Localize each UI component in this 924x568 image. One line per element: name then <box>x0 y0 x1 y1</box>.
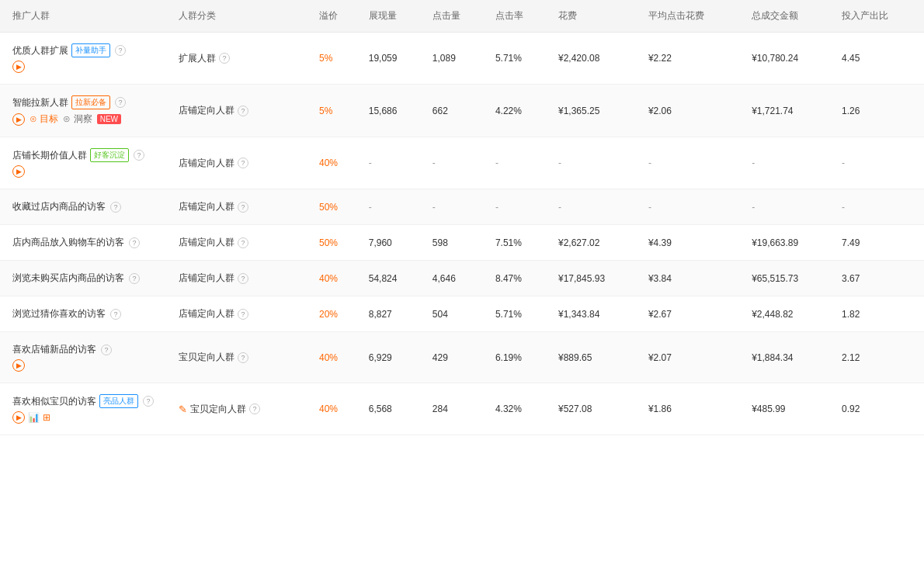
question-icon[interactable]: ? <box>129 237 140 248</box>
spend-cell: ¥1,343.84 <box>551 296 641 332</box>
cell-value: ¥2.22 <box>648 53 672 64</box>
label-row: 浏览过猜你喜欢的访客? <box>12 307 163 320</box>
classify-text: 店铺定向人群 <box>179 104 234 117</box>
classify-question-icon[interactable]: ? <box>238 273 248 284</box>
roi-cell: 0.92 <box>834 383 924 435</box>
impression-cell: 6,568 <box>361 383 425 435</box>
classify-question-icon[interactable]: ? <box>249 403 260 414</box>
question-icon[interactable]: ? <box>129 273 140 284</box>
table-row: 优质人群扩展补量助手?▶扩展人群?5%19,0591,0895.71%¥2,42… <box>0 33 924 85</box>
edit-icon[interactable]: ✎ <box>179 403 187 415</box>
audience-label-cell: 智能拉新人群拉新必备?▶⊙ 目标⊙ 洞察NEW <box>0 85 171 137</box>
classify-question-icon[interactable]: ? <box>238 106 248 116</box>
cell-value: 662 <box>432 106 448 116</box>
spend-cell: - <box>551 137 641 189</box>
audience-label-wrapper: 喜欢相似宝贝的访客亮品人群?▶📊⊞ <box>12 394 163 424</box>
avg-cpc-cell: ¥2.67 <box>641 296 744 332</box>
question-icon[interactable]: ? <box>134 150 144 161</box>
table-row: 浏览过猜你喜欢的访客?店铺定向人群?20%8,8275045.71%¥1,343… <box>0 296 924 332</box>
col-premium: 溢价 <box>311 0 361 33</box>
chart-icon[interactable]: 📊 <box>28 412 40 423</box>
spend-cell: ¥1,365.25 <box>551 85 641 137</box>
premium-cell: 5% <box>311 85 361 137</box>
cell-value: 3.67 <box>842 273 860 284</box>
table-row: 智能拉新人群拉新必备?▶⊙ 目标⊙ 洞察NEW店铺定向人群?5%15,68666… <box>0 85 924 137</box>
audience-tag: 亮品人群 <box>99 394 138 408</box>
play-icon[interactable]: ▶ <box>12 113 25 126</box>
question-icon[interactable]: ? <box>101 345 112 355</box>
impression-cell: 7,960 <box>361 225 425 261</box>
avg-cpc-cell: - <box>641 189 744 225</box>
cell-value: 1.82 <box>842 309 860 320</box>
classify-wrapper: 店铺定向人群? <box>179 307 304 320</box>
classify-cell: ✎宝贝定向人群? <box>171 383 311 435</box>
premium-value: 40% <box>319 273 338 284</box>
classify-cell: 扩展人群? <box>171 33 311 85</box>
classify-question-icon[interactable]: ? <box>238 237 248 248</box>
cell-value: 4.45 <box>842 53 860 64</box>
cell-value: 6.19% <box>495 352 522 363</box>
question-icon[interactable]: ? <box>110 309 121 320</box>
spend-cell: ¥2,627.02 <box>551 225 641 261</box>
sub-icon-row: ▶ <box>12 61 163 73</box>
classify-question-icon[interactable]: ? <box>238 309 248 320</box>
ctr-cell: 5.71% <box>488 296 551 332</box>
label-row: 喜欢相似宝贝的访客亮品人群? <box>12 394 163 408</box>
cell-value: 8.47% <box>495 273 522 284</box>
classify-question-icon[interactable]: ? <box>238 202 248 213</box>
audience-name-text: 店铺长期价值人群 <box>12 149 87 162</box>
play-icon[interactable]: ▶ <box>12 165 25 178</box>
click-cell: 662 <box>425 85 488 137</box>
play-icon[interactable]: ▶ <box>12 359 25 372</box>
spend-cell: - <box>551 189 641 225</box>
cell-value: 504 <box>432 309 448 320</box>
cell-value: 429 <box>432 352 448 363</box>
classify-text: 店铺定向人群 <box>179 200 234 213</box>
ctr-cell: - <box>488 137 551 189</box>
col-click: 点击量 <box>425 0 488 33</box>
cell-value: 7,960 <box>369 237 392 248</box>
audience-label-cell: 收藏过店内商品的访客? <box>0 189 171 225</box>
ctr-cell: 8.47% <box>488 261 551 296</box>
roi-cell: 7.49 <box>834 225 924 261</box>
cell-value: 7.51% <box>495 237 522 248</box>
cell-value: - <box>432 158 436 168</box>
classify-text: 店铺定向人群 <box>179 157 234 170</box>
cell-value: - <box>558 202 561 213</box>
cell-value: ¥1.86 <box>648 403 672 414</box>
cell-value: ¥10,780.24 <box>752 53 798 64</box>
cell-value: ¥1,365.25 <box>558 106 599 116</box>
table-row: 喜欢店铺新品的访客?▶宝贝定向人群?40%6,9294296.19%¥889.6… <box>0 332 924 383</box>
spend-cell: ¥527.08 <box>551 383 641 435</box>
classify-question-icon[interactable]: ? <box>238 352 248 363</box>
classify-cell: 店铺定向人群? <box>171 189 311 225</box>
audience-table: 推广人群 人群分类 溢价 展现量 点击量 点击率 花费 平均点击花费 总成交金额… <box>0 0 924 435</box>
cell-value: - <box>369 158 372 168</box>
question-icon[interactable]: ? <box>110 202 121 213</box>
question-icon[interactable]: ? <box>143 396 154 407</box>
play-icon[interactable]: ▶ <box>12 411 25 424</box>
question-icon[interactable]: ? <box>115 45 126 56</box>
classify-text: 店铺定向人群 <box>179 272 234 285</box>
classify-question-icon[interactable]: ? <box>238 158 248 168</box>
sub-icon-row: ▶ <box>12 165 163 178</box>
cell-value: 8,827 <box>369 309 392 320</box>
classify-text: 扩展人群 <box>179 52 216 65</box>
play-icon[interactable]: ▶ <box>12 61 25 73</box>
impression-cell: 6,929 <box>361 332 425 383</box>
cell-value: 7.49 <box>842 237 860 248</box>
cell-value: ¥3.84 <box>648 273 672 284</box>
premium-value: 50% <box>319 237 338 248</box>
audience-label-cell: 浏览未购买店内商品的访客? <box>0 261 171 296</box>
question-icon[interactable]: ? <box>115 97 126 108</box>
col-spend: 花费 <box>551 0 641 33</box>
table-icon[interactable]: ⊞ <box>43 412 50 423</box>
audience-label-cell: 店内商品放入购物车的访客? <box>0 225 171 261</box>
col-classify: 人群分类 <box>171 0 311 33</box>
cell-value: 598 <box>432 237 448 248</box>
classify-question-icon[interactable]: ? <box>219 53 230 64</box>
table-header-row: 推广人群 人群分类 溢价 展现量 点击量 点击率 花费 平均点击花费 总成交金额… <box>0 0 924 33</box>
click-cell: 598 <box>425 225 488 261</box>
table-row: 店铺长期价值人群好客沉淀?▶店铺定向人群?40%------- <box>0 137 924 189</box>
cell-value: - <box>369 202 372 213</box>
